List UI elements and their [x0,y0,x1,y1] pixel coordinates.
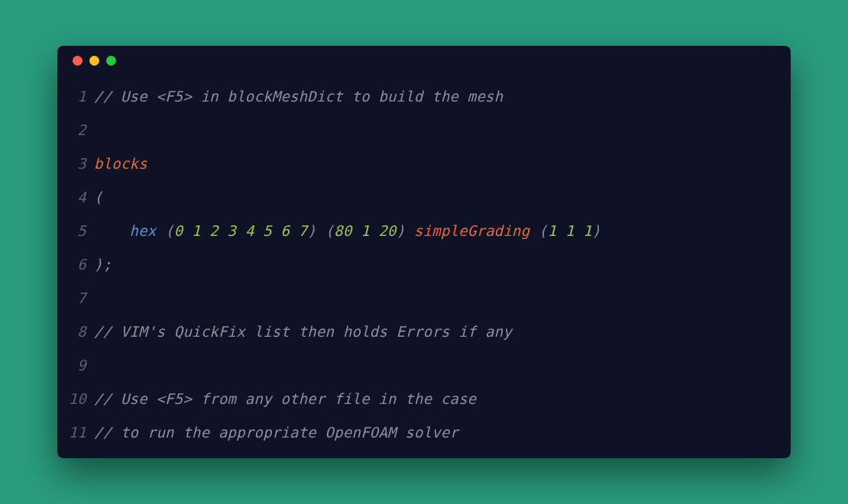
space [156,222,165,239]
close-icon[interactable] [73,56,83,66]
line-number: 4 [57,180,94,214]
line-number: 9 [57,348,94,382]
code-line: 10 // Use <F5> from any other file in th… [57,382,791,415]
editor-window: 1 // Use <F5> in blockMeshDict to build … [57,46,791,458]
code-content: // to run the appropriate OpenFOAM solve… [94,415,458,449]
code-line: 2 [57,113,791,147]
code-content: // VIM's QuickFix list then holds Errors… [94,315,512,348]
keyword-token: blocks [94,155,147,172]
comment-token: // VIM's QuickFix list then holds Errors… [94,323,512,340]
code-area[interactable]: 1 // Use <F5> in blockMeshDict to build … [57,75,791,458]
number-token: 1 1 1 [548,222,592,239]
code-line: 1 // Use <F5> in blockMeshDict to build … [57,79,791,113]
titlebar [57,46,791,75]
space [316,222,325,239]
line-number: 11 [57,415,94,449]
line-number: 5 [57,214,94,247]
line-number: 2 [57,113,94,147]
code-content: // Use <F5> in blockMeshDict to build th… [94,79,503,113]
space [529,222,539,239]
code-line: 7 [57,281,791,315]
line-number: 10 [57,382,94,415]
code-content: ( [94,180,103,214]
punct-token: ) [396,222,406,239]
code-line: 11 // to run the appropriate OpenFOAM so… [57,415,791,449]
type-token: hex [130,222,157,239]
comment-token: // Use <F5> in blockMeshDict to build th… [94,88,503,105]
function-token: simpleGrading [414,222,529,239]
line-number: 8 [57,315,94,348]
code-line: 9 [57,348,791,382]
line-number: 1 [57,79,94,113]
code-line: 8 // VIM's QuickFix list then holds Erro… [57,315,791,348]
code-content: hex (0 1 2 3 4 5 6 7) (80 1 20) simpleGr… [94,214,600,247]
maximize-icon[interactable] [106,56,116,66]
code-line: 4 ( [57,180,791,214]
punct-token: ( [325,222,335,239]
minimize-icon[interactable] [89,56,99,66]
comment-token: // Use <F5> from any other file in the c… [94,390,476,407]
code-content: ); [94,247,112,281]
line-number: 6 [57,247,94,281]
indent [94,222,130,239]
code-line: 6 ); [57,247,791,281]
code-content: blocks [94,147,147,180]
space [405,222,414,239]
line-number: 7 [57,281,94,315]
code-line: 5 hex (0 1 2 3 4 5 6 7) (80 1 20) simple… [57,214,791,247]
punct-token: ( [539,222,548,239]
punct-token: ( [94,189,103,205]
number-token: 80 1 20 [334,222,396,239]
punct-token: ( [165,222,174,239]
punct-token: ); [94,256,112,273]
punct-token: ) [592,222,601,239]
number-token: 0 1 2 3 4 5 6 7 [174,222,308,239]
code-line: 3 blocks [57,147,791,180]
punct-token: ) [307,222,316,239]
line-number: 3 [57,147,94,180]
comment-token: // to run the appropriate OpenFOAM solve… [94,424,458,441]
code-content: // Use <F5> from any other file in the c… [94,382,476,415]
